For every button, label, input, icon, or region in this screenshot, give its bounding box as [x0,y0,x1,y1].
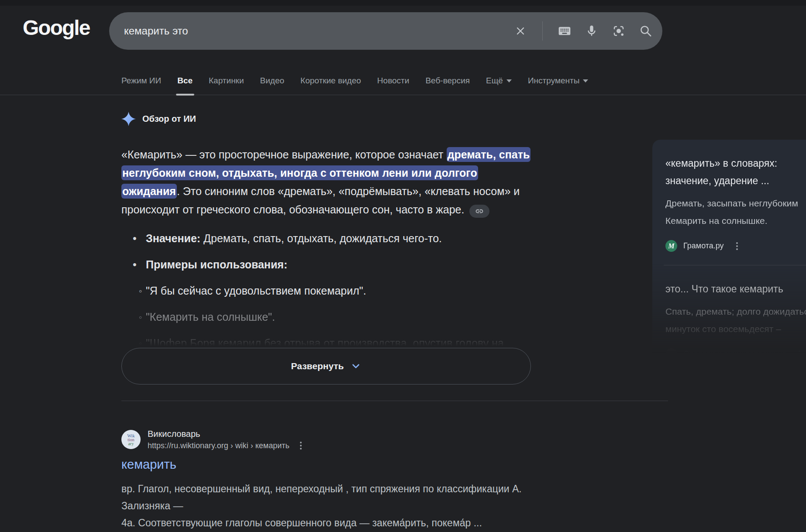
caret-down-icon [506,79,512,82]
related-result-source[interactable]: Словари и энциклопедии на [665,348,806,360]
list-item-examples: • Примеры использования: [121,257,531,272]
meaning-text: Дремать, спать, отдыхать, дожидаться чег… [200,232,442,244]
dict-favicon [665,348,677,360]
related-result-snippet: Дремать, засыпать неглубокимКемарить на … [665,195,806,230]
ai-overview-label: Обзор от ИИ [142,114,196,124]
tab-2[interactable]: Все [177,73,193,95]
lens-icon[interactable] [612,24,626,38]
ai-overview-header: Обзор от ИИ [121,111,531,126]
tab-1[interactable]: Режим ИИ [121,73,161,95]
search-bar-separator [542,21,543,41]
related-menu-icon[interactable] [798,350,801,359]
clear-icon[interactable] [513,24,527,38]
related-result-2: это... Что такое кемаритьСпать, дремать;… [665,280,806,360]
tab-9[interactable]: Инструменты [528,73,588,95]
keyboard-icon[interactable] [558,24,572,38]
snippet-line: вр. Глагол, несовершенный вид, непереход… [121,481,558,515]
search-result: Wiktionary Викисловарь https://ru.wiktio… [121,429,558,532]
chevron-down-icon [350,360,362,372]
link-icon [475,207,484,216]
result-menu-icon[interactable] [299,441,303,450]
result-snippet: вр. Глагол, несовершенный вид, непереход… [121,481,558,532]
tab-7[interactable]: Веб-версия [425,73,470,95]
google-logo[interactable]: Google [23,16,90,40]
tab-8[interactable]: Ещё [486,73,512,95]
search-bar[interactable]: кемарить это [109,12,662,50]
ai-overview-list: • Значение: Дремать, спать, отдыхать, до… [121,231,531,346]
result-title-link[interactable]: кемарить [121,457,176,472]
card-divider [664,265,806,265]
expand-button-label: Развернуть [291,361,344,371]
result-breadcrumb[interactable]: https://ru.wiktionary.org › wiki › кемар… [148,441,289,450]
example-item: ◦"Я бы сейчас с удовольствием покемарил"… [121,283,531,298]
mic-icon[interactable] [585,24,599,38]
wiktionary-favicon: Wiktionary [121,430,141,449]
paragraph-text: . Это синоним слов «дремать», «подрёмыва… [121,185,520,216]
caret-down-icon [583,79,588,82]
circle-marker: ◦ [139,284,142,299]
example-item: ◦"Кемарить на солнышке". [121,309,531,324]
related-result-title[interactable]: «кемарить» в словарях:значение, ударение… [665,154,806,189]
list-item-meaning: • Значение: Дремать, спать, отдыхать, до… [121,231,531,246]
related-result-title[interactable]: это... Что такое кемарить [665,280,806,298]
bullet-marker: • [133,257,137,272]
result-type-tabs: Режим ИИВсеКартинкиВидеоКороткие видеоНо… [121,73,588,95]
bullet-marker: • [133,231,137,246]
expand-button[interactable]: Развернуть [121,348,531,384]
header-divider [0,95,806,95]
tab-4[interactable]: Видео [260,73,285,95]
example-item: ◦"Шофер Боря кемарил без отрыва от произ… [121,336,531,346]
tab-6[interactable]: Новости [377,73,410,95]
circle-marker: ◦ [139,310,142,325]
ai-overview-paragraph: «Кемарить» — это просторечное выражение,… [121,145,531,219]
ai-overview-section: Обзор от ИИ «Кемарить» — это просторечно… [121,111,531,346]
search-input[interactable]: кемарить это [124,25,513,37]
related-result-snippet: Спать, дремать; долго дожидатьсяминуток … [665,303,806,338]
sparkle-icon [121,112,136,126]
related-results-card: «кемарить» в словарях:значение, ударение… [652,140,806,360]
meaning-label: Значение: [146,232,200,244]
result-site-name[interactable]: Викисловарь [148,429,303,439]
related-result-source[interactable]: МГрамота.ру [665,240,806,252]
tab-3[interactable]: Картинки [209,73,244,95]
related-menu-icon[interactable] [735,241,739,251]
content-divider [121,401,668,401]
snippet-line: 4а. Соответствующие глаголы совершенного… [121,515,558,532]
examples-list: ◦"Я бы сейчас с удовольствием покемарил"… [121,283,531,346]
gramota-favicon: М [665,240,677,252]
circle-marker: ◦ [139,336,142,346]
search-icon[interactable] [639,24,653,38]
paragraph-text: «Кемарить» — это просторечное выражение,… [121,148,447,161]
result-header[interactable]: Wiktionary Викисловарь https://ru.wiktio… [121,429,558,450]
window-top-edge [0,0,806,6]
source-link-chip[interactable] [469,205,489,218]
related-result-1: «кемарить» в словарях:значение, ударение… [665,154,806,252]
tab-5[interactable]: Короткие видео [300,73,361,95]
examples-label: Примеры использования: [146,258,287,271]
